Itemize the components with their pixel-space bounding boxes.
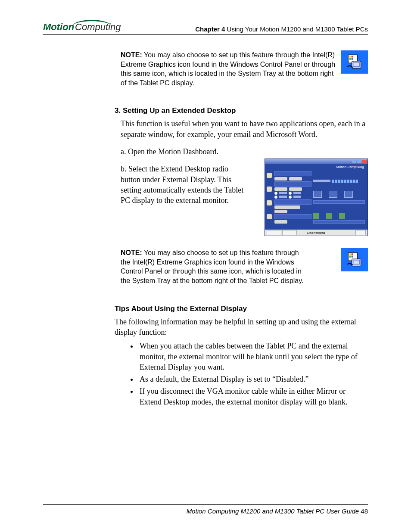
tips-bullet: If you disconnect the VGA monitor cable … — [138, 386, 368, 407]
step-b: b. Select the Extend Desktop radio butto… — [121, 164, 250, 205]
brand-logo: MotionComputing — [43, 22, 121, 33]
footer-text: Motion Computing M1200 and M1300 Tablet … — [187, 507, 359, 515]
minimize-icon — [352, 160, 356, 163]
note-2-body: You may also choose to set up this featu… — [121, 249, 304, 284]
thumb-right-panel — [312, 170, 366, 229]
thumb-brand: Motion Computing — [336, 165, 364, 169]
svg-rect-10 — [349, 256, 351, 258]
intel-graphics-icon — [341, 248, 368, 271]
tips-intro: The following information may be helpful… — [115, 317, 368, 338]
maximize-icon — [357, 160, 361, 163]
svg-rect-11 — [352, 256, 353, 258]
logo-text-motion: Motion — [43, 22, 74, 32]
thumb-footer-btn — [282, 230, 297, 235]
chapter-header: Chapter 4 Using Your Motion M1200 and M1… — [195, 25, 368, 33]
thumb-footer: Dashboard — [265, 230, 367, 236]
svg-rect-2 — [352, 56, 353, 57]
sidebar-icon — [267, 214, 272, 219]
logo-swoosh-icon — [72, 20, 111, 26]
page-header: MotionComputing Chapter 4 Using Your Mot… — [43, 22, 368, 35]
svg-rect-4 — [352, 58, 353, 60]
thumb-titlebar — [265, 159, 367, 164]
thumb-footer-btn — [267, 230, 281, 235]
svg-rect-6 — [353, 62, 360, 66]
page: MotionComputing Chapter 4 Using Your Mot… — [0, 0, 411, 532]
note-2-text: NOTE: You may also choose to set up this… — [121, 248, 310, 285]
note-block-1: NOTE: You may also choose to set up this… — [121, 50, 368, 94]
note-block-2: NOTE: You may also choose to set up this… — [121, 248, 368, 292]
tips-bullet: When you attach the cables between the T… — [138, 341, 368, 372]
note-1-body: You may also choose to set up this featu… — [121, 51, 335, 87]
svg-rect-3 — [349, 58, 351, 60]
close-icon — [362, 160, 367, 163]
note-1-text: NOTE: You may also choose to set up this… — [121, 50, 368, 87]
steps-block: a. Open the Motion Dashboard. Motion Com… — [121, 146, 368, 240]
thumb-left-panel — [274, 170, 312, 229]
intel-graphics-icon — [341, 50, 368, 74]
thumb-sidebar-icons — [267, 170, 274, 229]
thumb-footer-label: Dashboard — [307, 231, 325, 235]
thumb-body — [267, 170, 366, 229]
page-number: 48 — [361, 507, 368, 515]
tips-bullet-list: When you attach the cables between the T… — [121, 341, 368, 407]
thumb-footer-btn — [355, 230, 366, 235]
section-3-intro: This function is useful when you want to… — [121, 118, 368, 140]
svg-rect-9 — [352, 254, 353, 255]
sidebar-icon — [267, 200, 272, 205]
chapter-label: Chapter 4 — [195, 25, 225, 33]
page-footer: Motion Computing M1200 and M1300 Tablet … — [43, 504, 368, 515]
tips-heading: Tips About Using the External Display — [115, 305, 368, 313]
svg-rect-8 — [349, 254, 351, 255]
chapter-title: Using Your Motion M1200 and M1300 Tablet… — [225, 25, 368, 33]
section-3-heading: 3. Setting Up an Extended Desktop — [115, 106, 368, 115]
dashboard-screenshot: Motion Computing — [265, 159, 368, 236]
note-1-label: NOTE: — [121, 51, 142, 59]
svg-rect-1 — [349, 56, 351, 57]
sidebar-icon — [267, 173, 272, 178]
content-column: NOTE: You may also choose to set up this… — [121, 50, 368, 407]
svg-rect-13 — [353, 260, 360, 264]
sidebar-icon — [267, 187, 272, 192]
note-2-label: NOTE: — [121, 249, 142, 256]
tips-bullet: As a default, the External Display is se… — [138, 374, 368, 384]
step-a: a. Open the Motion Dashboard. — [121, 146, 368, 157]
